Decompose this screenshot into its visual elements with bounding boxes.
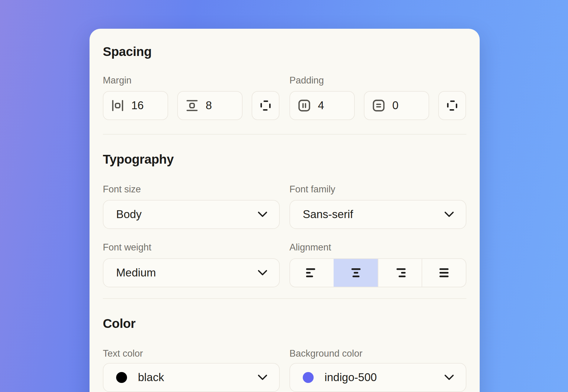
margin-individual-icon bbox=[259, 99, 273, 113]
padding-vertical-icon bbox=[372, 99, 386, 113]
margin-individual-button[interactable] bbox=[252, 91, 279, 120]
align-left-button[interactable] bbox=[290, 259, 334, 287]
padding-label: Padding bbox=[289, 75, 466, 86]
font-weight-value: Medium bbox=[116, 266, 156, 279]
indigo-color-swatch bbox=[303, 372, 314, 383]
margin-controls: 16 8 bbox=[103, 91, 280, 120]
alignment-label: Alignment bbox=[289, 242, 466, 253]
align-right-button[interactable] bbox=[378, 259, 422, 287]
font-size-label: Font size bbox=[103, 184, 280, 195]
padding-horizontal-icon bbox=[297, 99, 311, 113]
font-size-value: Body bbox=[116, 208, 142, 221]
align-center-icon bbox=[348, 267, 364, 279]
chevron-down-icon bbox=[257, 270, 268, 276]
margin-vertical-value: 8 bbox=[206, 99, 212, 112]
margin-horizontal-input[interactable]: 16 bbox=[103, 91, 168, 120]
background-color-label: Background color bbox=[289, 348, 466, 359]
padding-vertical-value: 0 bbox=[392, 99, 399, 112]
font-weight-label: Font weight bbox=[103, 242, 280, 253]
margin-vertical-icon bbox=[185, 99, 199, 113]
alignment-segmented-control bbox=[289, 258, 466, 287]
black-color-swatch bbox=[116, 372, 127, 383]
chevron-down-icon bbox=[444, 211, 454, 218]
margin-horizontal-value: 16 bbox=[131, 99, 144, 112]
chevron-down-icon bbox=[444, 374, 454, 381]
font-size-dropdown[interactable]: Body bbox=[103, 200, 280, 229]
margin-vertical-input[interactable]: 8 bbox=[177, 91, 243, 120]
padding-horizontal-input[interactable]: 4 bbox=[289, 91, 355, 120]
background-color-value: indigo-500 bbox=[325, 371, 377, 384]
font-family-label: Font family bbox=[289, 184, 466, 195]
padding-controls: 4 0 bbox=[289, 91, 466, 120]
section-title-color: Color bbox=[103, 316, 466, 331]
section-divider bbox=[103, 134, 466, 135]
font-weight-dropdown[interactable]: Medium bbox=[103, 258, 280, 287]
align-left-icon bbox=[304, 267, 319, 279]
padding-individual-icon bbox=[445, 99, 459, 113]
section-title-typography: Typography bbox=[103, 152, 466, 167]
chevron-down-icon bbox=[257, 374, 268, 381]
background-color-dropdown[interactable]: indigo-500 bbox=[289, 363, 466, 392]
section-divider bbox=[103, 298, 466, 299]
section-title-spacing: Spacing bbox=[103, 44, 466, 59]
align-justify-button[interactable] bbox=[422, 259, 466, 287]
align-center-button[interactable] bbox=[334, 259, 378, 287]
margin-label: Margin bbox=[103, 75, 280, 86]
text-color-label: Text color bbox=[103, 348, 280, 359]
padding-individual-button[interactable] bbox=[438, 91, 466, 120]
text-color-dropdown[interactable]: black bbox=[103, 363, 280, 392]
text-color-value: black bbox=[138, 371, 164, 384]
align-justify-icon bbox=[436, 267, 452, 279]
chevron-down-icon bbox=[257, 211, 268, 218]
padding-horizontal-value: 4 bbox=[318, 99, 324, 112]
font-family-value: Sans-serif bbox=[303, 208, 353, 221]
font-family-dropdown[interactable]: Sans-serif bbox=[289, 200, 466, 229]
margin-horizontal-icon bbox=[111, 99, 125, 113]
align-right-icon bbox=[392, 267, 407, 279]
properties-panel: Spacing Margin Padding 16 bbox=[90, 29, 480, 392]
padding-vertical-input[interactable]: 0 bbox=[364, 91, 429, 120]
